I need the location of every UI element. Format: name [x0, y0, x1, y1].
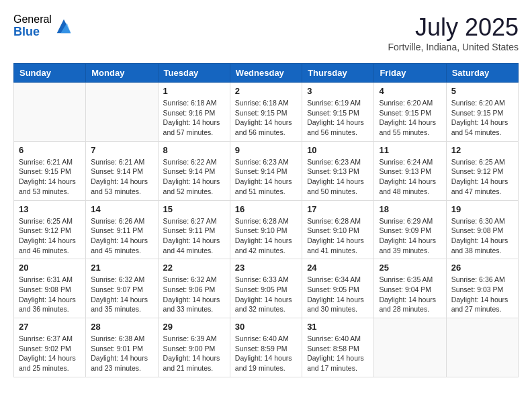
page-header: General Blue July 2025 Fortville, Indian…	[13, 13, 519, 52]
day-info: Sunrise: 6:29 AMSunset: 9:09 PMDaylight:…	[379, 216, 441, 256]
calendar-cell: 3Sunrise: 6:19 AMSunset: 9:15 PMDaylight…	[302, 83, 374, 142]
day-info: Sunrise: 6:18 AMSunset: 9:16 PMDaylight:…	[163, 98, 225, 138]
day-number: 20	[19, 263, 81, 273]
day-info: Sunrise: 6:38 AMSunset: 9:01 PMDaylight:…	[91, 334, 152, 373]
day-info: Sunrise: 6:36 AMSunset: 9:03 PMDaylight:…	[451, 275, 513, 314]
day-number: 30	[235, 322, 297, 332]
day-info: Sunrise: 6:28 AMSunset: 9:10 PMDaylight:…	[235, 216, 297, 256]
day-info: Sunrise: 6:40 AMSunset: 8:59 PMDaylight:…	[235, 334, 297, 373]
calendar-cell: 13Sunrise: 6:25 AMSunset: 9:12 PMDayligh…	[14, 200, 86, 259]
day-number: 18	[379, 204, 441, 214]
day-number: 11	[379, 145, 441, 155]
day-number: 25	[379, 263, 441, 273]
day-number: 8	[163, 145, 225, 155]
location: Fortville, Indiana, United States	[388, 42, 519, 52]
day-info: Sunrise: 6:30 AMSunset: 9:08 PMDaylight:…	[451, 216, 513, 256]
day-number: 17	[307, 204, 369, 214]
day-info: Sunrise: 6:19 AMSunset: 9:15 PMDaylight:…	[307, 98, 369, 138]
calendar-cell: 24Sunrise: 6:34 AMSunset: 9:05 PMDayligh…	[302, 259, 374, 318]
calendar-cell: 17Sunrise: 6:28 AMSunset: 9:10 PMDayligh…	[302, 200, 374, 259]
day-number: 23	[235, 263, 297, 273]
day-number: 7	[91, 145, 152, 155]
calendar-cell: 23Sunrise: 6:33 AMSunset: 9:05 PMDayligh…	[230, 259, 302, 318]
day-number: 28	[91, 322, 152, 332]
day-info: Sunrise: 6:24 AMSunset: 9:13 PMDaylight:…	[379, 157, 441, 197]
day-info: Sunrise: 6:18 AMSunset: 9:15 PMDaylight:…	[235, 98, 297, 138]
day-number: 2	[235, 86, 297, 96]
logo-general: General	[13, 13, 52, 26]
title-section: July 2025 Fortville, Indiana, United Sta…	[388, 13, 519, 52]
day-number: 12	[451, 145, 513, 155]
day-number: 27	[19, 322, 81, 332]
calendar-header-monday: Monday	[86, 64, 158, 83]
calendar-cell: 11Sunrise: 6:24 AMSunset: 9:13 PMDayligh…	[374, 141, 446, 200]
day-number: 10	[307, 145, 369, 155]
calendar-week-row: 13Sunrise: 6:25 AMSunset: 9:12 PMDayligh…	[14, 200, 519, 259]
calendar-week-row: 27Sunrise: 6:37 AMSunset: 9:02 PMDayligh…	[14, 318, 519, 377]
calendar-cell: 8Sunrise: 6:22 AMSunset: 9:14 PMDaylight…	[158, 141, 230, 200]
calendar-week-row: 1Sunrise: 6:18 AMSunset: 9:16 PMDaylight…	[14, 83, 519, 142]
day-number: 26	[451, 263, 513, 273]
day-info: Sunrise: 6:35 AMSunset: 9:04 PMDaylight:…	[379, 275, 441, 314]
calendar-cell: 26Sunrise: 6:36 AMSunset: 9:03 PMDayligh…	[446, 259, 518, 318]
day-number: 4	[379, 86, 441, 96]
calendar-cell: 31Sunrise: 6:40 AMSunset: 8:58 PMDayligh…	[302, 318, 374, 377]
calendar-cell: 5Sunrise: 6:20 AMSunset: 9:15 PMDaylight…	[446, 83, 518, 142]
month-title: July 2025	[388, 13, 519, 42]
logo-blue: Blue	[13, 26, 52, 39]
calendar-cell: 14Sunrise: 6:26 AMSunset: 9:11 PMDayligh…	[86, 200, 158, 259]
logo: General Blue	[13, 13, 73, 38]
day-info: Sunrise: 6:25 AMSunset: 9:12 PMDaylight:…	[19, 216, 81, 256]
day-number: 19	[451, 204, 513, 214]
day-number: 16	[235, 204, 297, 214]
day-number: 9	[235, 145, 297, 155]
calendar-header-friday: Friday	[374, 64, 446, 83]
calendar-table: SundayMondayTuesdayWednesdayThursdayFrid…	[13, 63, 519, 377]
calendar-cell: 30Sunrise: 6:40 AMSunset: 8:59 PMDayligh…	[230, 318, 302, 377]
day-info: Sunrise: 6:23 AMSunset: 9:13 PMDaylight:…	[307, 157, 369, 197]
day-number: 22	[163, 263, 225, 273]
calendar-header-thursday: Thursday	[302, 64, 374, 83]
calendar-cell: 12Sunrise: 6:25 AMSunset: 9:12 PMDayligh…	[446, 141, 518, 200]
calendar-cell: 25Sunrise: 6:35 AMSunset: 9:04 PMDayligh…	[374, 259, 446, 318]
day-info: Sunrise: 6:21 AMSunset: 9:15 PMDaylight:…	[19, 157, 81, 197]
calendar-cell: 2Sunrise: 6:18 AMSunset: 9:15 PMDaylight…	[230, 83, 302, 142]
day-number: 29	[163, 322, 225, 332]
logo-text: General Blue	[13, 13, 52, 38]
calendar-header-tuesday: Tuesday	[158, 64, 230, 83]
day-info: Sunrise: 6:23 AMSunset: 9:14 PMDaylight:…	[235, 157, 297, 197]
day-number: 21	[91, 263, 152, 273]
day-info: Sunrise: 6:28 AMSunset: 9:10 PMDaylight:…	[307, 216, 369, 256]
calendar-cell: 16Sunrise: 6:28 AMSunset: 9:10 PMDayligh…	[230, 200, 302, 259]
day-info: Sunrise: 6:39 AMSunset: 9:00 PMDaylight:…	[163, 334, 225, 373]
calendar-cell: 7Sunrise: 6:21 AMSunset: 9:14 PMDaylight…	[86, 141, 158, 200]
day-info: Sunrise: 6:34 AMSunset: 9:05 PMDaylight:…	[307, 275, 369, 314]
day-number: 3	[307, 86, 369, 96]
day-info: Sunrise: 6:25 AMSunset: 9:12 PMDaylight:…	[451, 157, 513, 197]
day-info: Sunrise: 6:26 AMSunset: 9:11 PMDaylight:…	[91, 216, 152, 256]
calendar-cell: 27Sunrise: 6:37 AMSunset: 9:02 PMDayligh…	[14, 318, 86, 377]
calendar-cell: 19Sunrise: 6:30 AMSunset: 9:08 PMDayligh…	[446, 200, 518, 259]
calendar-cell: 6Sunrise: 6:21 AMSunset: 9:15 PMDaylight…	[14, 141, 86, 200]
day-info: Sunrise: 6:31 AMSunset: 9:08 PMDaylight:…	[19, 275, 81, 314]
calendar-cell	[86, 83, 158, 142]
day-info: Sunrise: 6:20 AMSunset: 9:15 PMDaylight:…	[451, 98, 513, 138]
day-info: Sunrise: 6:27 AMSunset: 9:11 PMDaylight:…	[163, 216, 225, 256]
day-number: 14	[91, 204, 152, 214]
calendar-cell: 22Sunrise: 6:32 AMSunset: 9:06 PMDayligh…	[158, 259, 230, 318]
calendar-week-row: 6Sunrise: 6:21 AMSunset: 9:15 PMDaylight…	[14, 141, 519, 200]
day-info: Sunrise: 6:33 AMSunset: 9:05 PMDaylight:…	[235, 275, 297, 314]
calendar-header-row: SundayMondayTuesdayWednesdayThursdayFrid…	[14, 64, 519, 83]
calendar-cell: 15Sunrise: 6:27 AMSunset: 9:11 PMDayligh…	[158, 200, 230, 259]
day-number: 6	[19, 145, 81, 155]
calendar-cell: 28Sunrise: 6:38 AMSunset: 9:01 PMDayligh…	[86, 318, 158, 377]
calendar-cell: 9Sunrise: 6:23 AMSunset: 9:14 PMDaylight…	[230, 141, 302, 200]
calendar-cell: 21Sunrise: 6:32 AMSunset: 9:07 PMDayligh…	[86, 259, 158, 318]
day-number: 5	[451, 86, 513, 96]
calendar-week-row: 20Sunrise: 6:31 AMSunset: 9:08 PMDayligh…	[14, 259, 519, 318]
calendar-header-wednesday: Wednesday	[230, 64, 302, 83]
day-info: Sunrise: 6:40 AMSunset: 8:58 PMDaylight:…	[307, 334, 369, 373]
calendar-cell	[446, 318, 518, 377]
calendar-cell: 20Sunrise: 6:31 AMSunset: 9:08 PMDayligh…	[14, 259, 86, 318]
day-info: Sunrise: 6:37 AMSunset: 9:02 PMDaylight:…	[19, 334, 81, 373]
